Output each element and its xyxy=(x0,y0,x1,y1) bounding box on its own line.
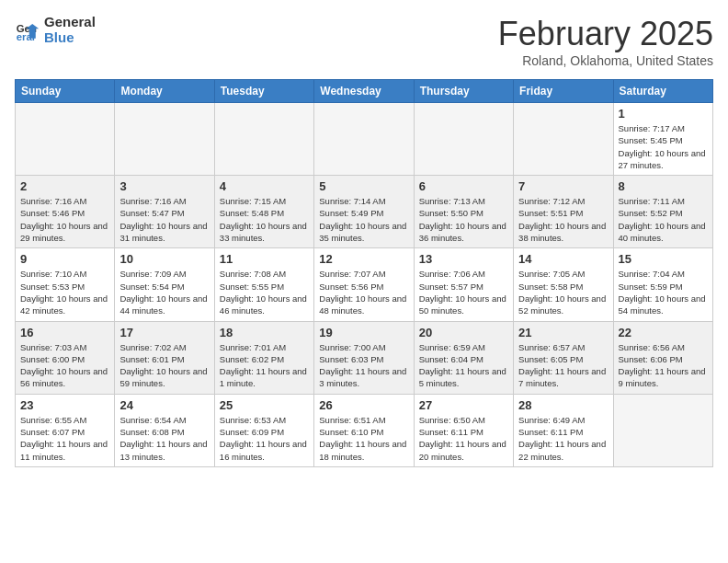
calendar-cell: 9Sunrise: 7:10 AM Sunset: 5:53 PM Daylig… xyxy=(16,248,115,321)
calendar-cell: 21Sunrise: 6:57 AM Sunset: 6:05 PM Dayli… xyxy=(514,321,613,394)
calendar-cell: 24Sunrise: 6:54 AM Sunset: 6:08 PM Dayli… xyxy=(115,394,214,466)
day-number: 12 xyxy=(319,252,408,266)
calendar-header-wednesday: Wednesday xyxy=(314,80,414,103)
day-number: 18 xyxy=(220,326,309,339)
day-info: Sunrise: 6:54 AM Sunset: 6:08 PM Dayligh… xyxy=(119,414,209,463)
day-info: Sunrise: 6:49 AM Sunset: 6:11 PM Dayligh… xyxy=(518,414,608,463)
calendar-cell: 10Sunrise: 7:09 AM Sunset: 5:54 PM Dayli… xyxy=(115,248,214,321)
calendar-header-sunday: Sunday xyxy=(16,80,115,103)
day-info: Sunrise: 7:00 AM Sunset: 6:03 PM Dayligh… xyxy=(319,341,408,390)
day-number: 19 xyxy=(319,326,408,339)
logo-text: General Blue xyxy=(44,15,96,45)
day-info: Sunrise: 7:13 AM Sunset: 5:50 PM Dayligh… xyxy=(419,195,508,244)
day-number: 6 xyxy=(419,179,508,193)
day-number: 25 xyxy=(220,398,309,412)
month-title: February 2025 xyxy=(498,15,713,53)
day-number: 4 xyxy=(220,179,309,193)
day-info: Sunrise: 7:08 AM Sunset: 5:55 PM Dayligh… xyxy=(220,268,309,316)
day-info: Sunrise: 6:53 AM Sunset: 6:09 PM Dayligh… xyxy=(220,414,309,463)
calendar-cell xyxy=(115,103,214,176)
calendar-cell: 5Sunrise: 7:14 AM Sunset: 5:49 PM Daylig… xyxy=(314,176,414,248)
calendar-cell: 2Sunrise: 7:16 AM Sunset: 5:46 PM Daylig… xyxy=(16,176,115,248)
day-info: Sunrise: 6:59 AM Sunset: 6:04 PM Dayligh… xyxy=(419,341,508,390)
day-info: Sunrise: 7:14 AM Sunset: 5:49 PM Dayligh… xyxy=(319,195,408,244)
calendar-header-row: SundayMondayTuesdayWednesdayThursdayFrid… xyxy=(16,80,713,103)
day-number: 24 xyxy=(119,398,209,412)
day-info: Sunrise: 7:06 AM Sunset: 5:57 PM Dayligh… xyxy=(419,268,508,316)
day-info: Sunrise: 7:02 AM Sunset: 6:01 PM Dayligh… xyxy=(119,341,209,390)
calendar-cell: 8Sunrise: 7:11 AM Sunset: 5:52 PM Daylig… xyxy=(613,176,712,248)
calendar-header-friday: Friday xyxy=(514,80,613,103)
day-info: Sunrise: 6:57 AM Sunset: 6:05 PM Dayligh… xyxy=(518,341,608,390)
page-header: Gen eral General Blue February 2025 Rola… xyxy=(15,15,713,68)
day-number: 27 xyxy=(419,398,508,412)
day-number: 5 xyxy=(319,179,408,193)
day-number: 9 xyxy=(20,252,109,266)
day-info: Sunrise: 7:01 AM Sunset: 6:02 PM Dayligh… xyxy=(220,341,309,390)
calendar-week-3: 9Sunrise: 7:10 AM Sunset: 5:53 PM Daylig… xyxy=(16,248,713,321)
day-info: Sunrise: 6:50 AM Sunset: 6:11 PM Dayligh… xyxy=(419,414,508,463)
calendar: SundayMondayTuesdayWednesdayThursdayFrid… xyxy=(15,79,713,467)
day-number: 17 xyxy=(119,326,209,339)
calendar-cell xyxy=(414,103,513,176)
calendar-cell: 16Sunrise: 7:03 AM Sunset: 6:00 PM Dayli… xyxy=(16,321,115,394)
day-info: Sunrise: 7:16 AM Sunset: 5:47 PM Dayligh… xyxy=(119,195,209,244)
calendar-cell: 27Sunrise: 6:50 AM Sunset: 6:11 PM Dayli… xyxy=(414,394,513,466)
calendar-cell: 14Sunrise: 7:05 AM Sunset: 5:58 PM Dayli… xyxy=(514,248,613,321)
calendar-header-tuesday: Tuesday xyxy=(214,80,313,103)
calendar-header-saturday: Saturday xyxy=(613,80,712,103)
day-number: 8 xyxy=(619,179,708,193)
day-info: Sunrise: 6:56 AM Sunset: 6:06 PM Dayligh… xyxy=(619,341,708,390)
day-info: Sunrise: 7:10 AM Sunset: 5:53 PM Dayligh… xyxy=(20,268,109,316)
day-info: Sunrise: 7:12 AM Sunset: 5:51 PM Dayligh… xyxy=(518,195,608,244)
day-number: 14 xyxy=(518,252,608,266)
day-number: 2 xyxy=(20,179,109,193)
calendar-cell: 4Sunrise: 7:15 AM Sunset: 5:48 PM Daylig… xyxy=(214,176,313,248)
calendar-cell: 11Sunrise: 7:08 AM Sunset: 5:55 PM Dayli… xyxy=(214,248,313,321)
calendar-week-4: 16Sunrise: 7:03 AM Sunset: 6:00 PM Dayli… xyxy=(16,321,713,394)
calendar-cell: 20Sunrise: 6:59 AM Sunset: 6:04 PM Dayli… xyxy=(414,321,513,394)
day-number: 11 xyxy=(220,252,309,266)
logo-icon: Gen eral xyxy=(15,17,40,43)
day-info: Sunrise: 6:55 AM Sunset: 6:07 PM Dayligh… xyxy=(20,414,109,463)
day-info: Sunrise: 7:05 AM Sunset: 5:58 PM Dayligh… xyxy=(518,268,608,316)
day-info: Sunrise: 6:51 AM Sunset: 6:10 PM Dayligh… xyxy=(319,414,408,463)
calendar-cell: 15Sunrise: 7:04 AM Sunset: 5:59 PM Dayli… xyxy=(613,248,712,321)
day-number: 15 xyxy=(619,252,708,266)
day-number: 21 xyxy=(518,326,608,339)
calendar-cell: 19Sunrise: 7:00 AM Sunset: 6:03 PM Dayli… xyxy=(314,321,414,394)
day-number: 3 xyxy=(119,179,209,193)
calendar-cell: 18Sunrise: 7:01 AM Sunset: 6:02 PM Dayli… xyxy=(214,321,313,394)
calendar-cell xyxy=(16,103,115,176)
day-number: 7 xyxy=(518,179,608,193)
calendar-cell: 23Sunrise: 6:55 AM Sunset: 6:07 PM Dayli… xyxy=(16,394,115,466)
calendar-cell: 28Sunrise: 6:49 AM Sunset: 6:11 PM Dayli… xyxy=(514,394,613,466)
calendar-cell: 7Sunrise: 7:12 AM Sunset: 5:51 PM Daylig… xyxy=(514,176,613,248)
calendar-week-2: 2Sunrise: 7:16 AM Sunset: 5:46 PM Daylig… xyxy=(16,176,713,248)
day-info: Sunrise: 7:15 AM Sunset: 5:48 PM Dayligh… xyxy=(220,195,309,244)
day-number: 26 xyxy=(319,398,408,412)
calendar-header-monday: Monday xyxy=(115,80,214,103)
day-info: Sunrise: 7:09 AM Sunset: 5:54 PM Dayligh… xyxy=(119,268,209,316)
logo-general: General xyxy=(44,15,96,30)
calendar-header-thursday: Thursday xyxy=(414,80,513,103)
logo: Gen eral General Blue xyxy=(15,15,96,45)
day-number: 16 xyxy=(20,326,109,339)
day-number: 13 xyxy=(419,252,508,266)
day-number: 23 xyxy=(20,398,109,412)
calendar-cell: 22Sunrise: 6:56 AM Sunset: 6:06 PM Dayli… xyxy=(613,321,712,394)
calendar-cell: 1Sunrise: 7:17 AM Sunset: 5:45 PM Daylig… xyxy=(613,103,712,176)
logo-blue: Blue xyxy=(44,30,96,46)
day-info: Sunrise: 7:03 AM Sunset: 6:00 PM Dayligh… xyxy=(20,341,109,390)
day-info: Sunrise: 7:11 AM Sunset: 5:52 PM Dayligh… xyxy=(619,195,708,244)
day-number: 28 xyxy=(518,398,608,412)
calendar-cell: 6Sunrise: 7:13 AM Sunset: 5:50 PM Daylig… xyxy=(414,176,513,248)
calendar-cell: 26Sunrise: 6:51 AM Sunset: 6:10 PM Dayli… xyxy=(314,394,414,466)
title-block: February 2025 Roland, Oklahoma, United S… xyxy=(498,15,713,68)
calendar-week-5: 23Sunrise: 6:55 AM Sunset: 6:07 PM Dayli… xyxy=(16,394,713,466)
calendar-cell: 13Sunrise: 7:06 AM Sunset: 5:57 PM Dayli… xyxy=(414,248,513,321)
calendar-cell: 17Sunrise: 7:02 AM Sunset: 6:01 PM Dayli… xyxy=(115,321,214,394)
calendar-cell xyxy=(613,394,712,466)
day-number: 22 xyxy=(619,326,708,339)
calendar-cell xyxy=(214,103,313,176)
